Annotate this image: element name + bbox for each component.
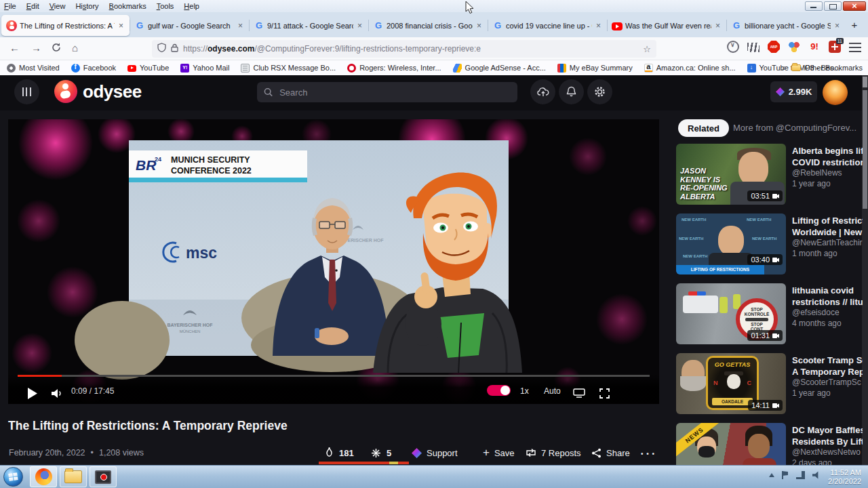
browser-tab[interactable]: 9/11 attack - Google Search ×: [249, 15, 368, 36]
tab-related[interactable]: Related: [678, 119, 729, 137]
tab-more-from-channel[interactable]: More from @ComputingForev...: [733, 123, 859, 133]
save-button[interactable]: Save: [483, 445, 515, 460]
related-video-thumbnail[interactable]: GO GETTAS N C OAKDALE 14:11: [676, 353, 786, 414]
video-player[interactable]: BAYERISCHER HOF BAYERISCHER HOF MÜNCHEN …: [8, 119, 659, 404]
back-button[interactable]: ←: [9, 42, 20, 54]
bookmark-item[interactable]: Club RSX Message Bo...: [241, 64, 336, 73]
credits-balance[interactable]: 2.99K: [770, 81, 817, 102]
taskbar-explorer-button[interactable]: [60, 466, 87, 487]
browser-tab[interactable]: billionare yacht - Google Sea ×: [726, 15, 846, 36]
avatar[interactable]: [823, 80, 848, 105]
pocket-icon[interactable]: [727, 41, 739, 53]
related-video-thumbnail[interactable]: JASONKENNEY IS RE-OPENINGALBERTA 03:51: [676, 144, 786, 205]
tab-close-icon[interactable]: ×: [356, 21, 363, 30]
minimize-button[interactable]: [805, 1, 823, 11]
browser-tab[interactable]: Was the Gulf War even real? ×: [607, 15, 726, 36]
menu-item[interactable]: Tools: [157, 2, 174, 10]
bookmark-item[interactable]: Google AdSense - Acc...: [453, 64, 546, 73]
fullscreen-button[interactable]: [599, 388, 610, 399]
tab-close-icon[interactable]: ×: [833, 21, 841, 30]
adblock-icon[interactable]: [768, 41, 780, 53]
volume-button[interactable]: [52, 388, 63, 399]
menu-item[interactable]: Bookmarks: [109, 2, 146, 10]
like-button[interactable]: 181: [324, 445, 354, 460]
scroll-up-arrow[interactable]: [863, 77, 867, 87]
share-button[interactable]: Share: [591, 445, 630, 460]
bookmark-item[interactable]: Rogers: Wireless, Inter...: [347, 64, 441, 73]
forward-button[interactable]: →: [31, 42, 41, 54]
related-video-info[interactable]: Scooter Tramp Sc A Temporary Repr @Scoot…: [792, 355, 863, 399]
bookmark-item[interactable]: Most Visited: [7, 64, 60, 73]
support-button[interactable]: Support: [412, 445, 458, 460]
dislike-button[interactable]: 5: [370, 445, 391, 460]
search-input[interactable]: [278, 87, 511, 98]
hidden-icons-arrow[interactable]: [769, 473, 774, 477]
bookmark-star-icon[interactable]: ☆: [643, 44, 651, 54]
url-bar[interactable]: https://odysee.com/@ComputingForever:9/l…: [152, 40, 656, 58]
close-button[interactable]: [843, 1, 866, 11]
start-button[interactable]: [3, 467, 23, 487]
tab-close-icon[interactable]: ×: [237, 21, 244, 30]
sidebar-toggle-button[interactable]: [14, 79, 39, 104]
tab-close-icon[interactable]: ×: [595, 21, 602, 30]
browser-tab[interactable]: covid 19 vaccine line up - Go ×: [488, 15, 607, 36]
bookmark-item[interactable]: YouTube: [127, 64, 169, 73]
extension-badge-icon[interactable]: 11: [829, 41, 841, 53]
taskbar-recorder-button[interactable]: [90, 466, 117, 487]
chevron-overflow-icon[interactable]: [782, 63, 787, 73]
reload-button[interactable]: [52, 43, 61, 54]
progress-bar[interactable]: [18, 375, 650, 377]
scrollbar-thumb[interactable]: [863, 90, 867, 209]
related-video-info[interactable]: Lifting of Restricti Worldwide | New I @…: [792, 216, 863, 259]
library-icon[interactable]: [747, 43, 760, 52]
menu-item[interactable]: History: [75, 2, 98, 10]
browser-tab[interactable]: The Lifting of Restrictions: A T ×: [1, 15, 130, 36]
bookmark-item[interactable]: Yahoo Mail: [180, 64, 229, 73]
browser-tab[interactable]: gulf war - Google Search ×: [130, 15, 249, 36]
search-bar[interactable]: [257, 82, 517, 102]
hamburger-menu-icon[interactable]: [849, 43, 861, 52]
bookmark-item[interactable]: Facebook: [71, 64, 116, 73]
containers-icon[interactable]: [788, 41, 800, 53]
related-video-thumbnail[interactable]: NEWS: [676, 423, 786, 465]
more-options-button[interactable]: [641, 445, 655, 460]
menu-item[interactable]: Help: [184, 2, 199, 10]
bookmark-item[interactable]: Amazon.ca: Online sh...: [644, 64, 736, 73]
bookmark-item[interactable]: My eBay Summary: [557, 64, 633, 73]
home-button[interactable]: ⌂: [72, 42, 78, 54]
repost-button[interactable]: 7 Reposts: [526, 445, 581, 460]
page-scrollbar[interactable]: [862, 75, 868, 465]
menu-item[interactable]: File: [4, 2, 16, 10]
dislike-extension-icon[interactable]: [808, 41, 821, 53]
taskbar-firefox-button[interactable]: [30, 466, 57, 487]
menu-item[interactable]: View: [50, 2, 66, 10]
tab-close-icon[interactable]: ×: [475, 21, 483, 30]
upload-button[interactable]: [530, 79, 555, 104]
theater-mode-button[interactable]: [573, 388, 585, 398]
other-bookmarks[interactable]: Other Bookmarks: [791, 64, 863, 72]
related-video-info[interactable]: Alberta begins lift COVID restrictions @…: [792, 146, 863, 189]
settings-button[interactable]: [587, 79, 612, 104]
network-icon[interactable]: [796, 471, 805, 479]
shield-icon[interactable]: [157, 43, 166, 55]
related-video-thumbnail[interactable]: STOP KONTROLĖ STOP CONT 01:31: [676, 283, 786, 344]
notifications-button[interactable]: [559, 79, 584, 104]
autoplay-toggle[interactable]: [487, 385, 511, 396]
lock-icon[interactable]: [171, 43, 178, 55]
browser-tab[interactable]: 2008 financial crisis - Google ×: [368, 15, 488, 36]
tab-close-icon[interactable]: ×: [117, 21, 125, 30]
related-video-thumbnail[interactable]: NEW EARTH NEW EARTH NEW EARTH NEW EARTH …: [676, 214, 786, 274]
speaker-icon[interactable]: [812, 471, 821, 479]
related-video-info[interactable]: DC Mayor Baffles Residents By Liftin @Ne…: [792, 425, 863, 465]
menu-item[interactable]: Edit: [26, 2, 39, 10]
maximize-button[interactable]: [824, 1, 842, 11]
action-center-flag-icon[interactable]: [782, 471, 789, 479]
new-tab-button[interactable]: [846, 16, 863, 34]
playback-speed[interactable]: 1x: [520, 386, 529, 396]
play-button[interactable]: [27, 388, 37, 399]
related-video-info[interactable]: lithuania covid restrictions // litua @e…: [792, 285, 863, 329]
odysee-logo[interactable]: odysee: [54, 80, 142, 103]
quality-selector[interactable]: Auto: [544, 386, 561, 396]
taskbar-clock[interactable]: 11:52 AM 2/20/2022: [828, 468, 861, 486]
tab-close-icon[interactable]: ×: [714, 21, 722, 30]
